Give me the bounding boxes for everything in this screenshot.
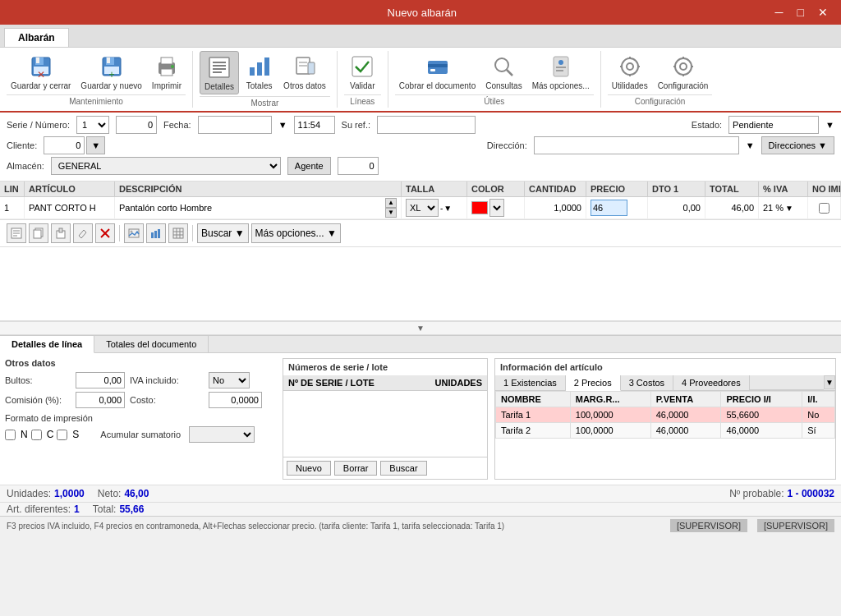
btn-guardar-cerrar[interactable]: ✕ Guardar y cerrar [7,51,75,93]
collapse-handle[interactable]: ▼ [0,321,841,335]
formato-s-checkbox[interactable] [57,430,67,440]
comision-input[interactable] [76,392,125,408]
btn-consultas[interactable]: Consultas [481,51,526,93]
formato-s-label: S [72,429,79,440]
formato-c-checkbox[interactable] [31,430,42,440]
toolbar-edit-btn[interactable] [73,223,93,243]
btn-detalles[interactable]: Detalles [200,51,239,94]
direccion-input[interactable] [534,136,739,154]
window-title: Nuevo albarán [74,7,770,19]
acumular-select[interactable] [189,426,255,443]
btn-utilidades[interactable]: Utilidades [608,51,652,93]
toolbar-paste-btn[interactable] [51,223,71,243]
serie-body [283,391,487,457]
noimp-checkbox[interactable] [819,203,830,214]
validar-icon [349,53,375,80]
btn-imprimir[interactable]: Imprimir [148,51,186,93]
su-ref-input[interactable] [377,116,476,134]
toolbar-mas-opciones-label: Más opciones... ▼ [255,228,337,239]
su-ref-label: Su ref.: [342,120,370,130]
save-close-icon: ✕ [28,53,54,80]
toolbar-grid-btn[interactable] [168,223,188,243]
direcciones-btn[interactable]: Direcciones ▼ [761,136,834,154]
btn-otros-datos[interactable]: Otros datos [279,51,330,93]
svg-rect-32 [554,57,568,76]
serie-select[interactable]: 1 [76,116,109,134]
tab-albaran[interactable]: Albarán [4,28,69,47]
cell-descripcion: Pantalón corto Hombre ▲ ▼ [115,197,402,218]
svg-rect-19 [250,67,255,76]
btn-configuracion[interactable]: Configuración [654,51,713,93]
info-articulo-panel: Información del artículo 1 Existencias 2… [494,358,836,480]
agente-input[interactable] [338,157,379,175]
toolbar-image-btn[interactable] [124,223,144,243]
close-button[interactable]: ✕ [813,4,833,21]
cell-precio[interactable] [586,197,648,218]
toolbar-mas-opciones-btn[interactable]: Más opciones... ▼ [251,223,341,243]
cell-iva[interactable]: 21 % ▼ [759,197,808,218]
ribbon: ✕ Guardar y cerrar + Guardar y nuevo Imp… [0,48,841,113]
direccion-label: Dirección: [487,140,527,150]
serie-buscar-btn[interactable]: Buscar [380,461,426,476]
bultos-input[interactable] [76,372,125,388]
hora-input[interactable] [294,116,335,134]
info-tab-proveedores[interactable]: 4 Proveedores [673,375,750,390]
svg-rect-64 [173,228,183,238]
almacen-select[interactable]: GENERAL [51,157,281,175]
btn-guardar-nuevo[interactable]: + Guardar y nuevo [76,51,146,93]
toolbar-chart-btn[interactable] [146,223,166,243]
tab-detalles-linea[interactable]: Detalles de línea [0,336,94,353]
toolbar-buscar-btn[interactable]: Buscar ▼ [197,223,249,243]
toolbar-new-btn[interactable] [7,223,26,243]
info-tab-precios[interactable]: 2 Precios [566,375,621,391]
cliente-label: Cliente: [7,140,37,150]
svg-rect-2 [36,57,39,63]
svg-point-42 [675,58,692,75]
totales-icon [246,53,273,80]
cliente-input[interactable] [44,136,85,154]
cliente-dropdown-btn[interactable]: ▼ [86,136,105,154]
talla-select[interactable]: XL [406,199,439,217]
svg-rect-26 [352,57,372,76]
formato-n-checkbox[interactable] [5,430,16,440]
td-nombre: Tarifa 1 [496,407,571,423]
color-select[interactable] [489,199,504,217]
table-row[interactable]: 1 PANT CORTO H Pantalón corto Hombre ▲ ▼… [0,197,841,219]
table-row[interactable]: Tarifa 2 100,0000 46,0000 46,0000 Sí [496,423,835,439]
table-row[interactable]: Tarifa 1 100,0000 46,0000 55,6600 No [496,407,835,423]
minimize-button[interactable]: ─ [770,4,788,21]
iva-incluido-select[interactable]: No Sí [209,372,250,388]
serie-borrar-btn[interactable]: Borrar [334,461,378,476]
ribbon-config-label: Configuración [608,94,713,106]
cell-noimp[interactable] [808,197,841,218]
maximize-button[interactable]: □ [793,4,809,21]
neto-value: 46,00 [124,488,149,499]
th-marg: MARG.R... [570,392,650,407]
tab-totales-documento[interactable]: Totales del documento [94,336,209,352]
btn-validar[interactable]: Validar [344,51,381,93]
info-scroll-btn[interactable]: ▼ [824,375,835,389]
cobrar-icon [425,53,451,80]
btn-totales[interactable]: Totales [241,51,278,93]
fecha-input[interactable] [198,116,272,134]
numero-input[interactable] [116,116,157,134]
estado-input[interactable] [728,116,819,134]
costo-input[interactable] [209,392,262,408]
serie-nuevo-btn[interactable]: Nuevo [287,461,331,476]
svg-line-31 [507,70,512,76]
btn-cobrar[interactable]: Cobrar el documento [395,51,480,93]
info-tab-costos[interactable]: 3 Costos [621,375,673,390]
toolbar-copy-btn[interactable] [29,223,48,243]
unidades-label: Unidades: [7,488,51,499]
agente-btn[interactable]: Agente [287,157,331,175]
precio-input[interactable] [591,200,627,216]
info-tab-existencias[interactable]: 1 Existencias [495,375,566,390]
cell-talla[interactable]: XL - ▼ [402,197,467,218]
toolbar-delete-btn[interactable] [95,223,115,243]
form-area: Serie / Número: 1 Fecha: ▼ Su ref.: Esta… [0,113,841,182]
cell-color[interactable] [467,197,525,218]
num-probable-value: 1 - 000032 [788,488,834,499]
btn-mas-opciones[interactable]: Más opciones... [528,51,594,93]
btn-cobrar-label: Cobrar el documento [399,81,476,90]
toolbar-sep-1 [119,225,120,241]
